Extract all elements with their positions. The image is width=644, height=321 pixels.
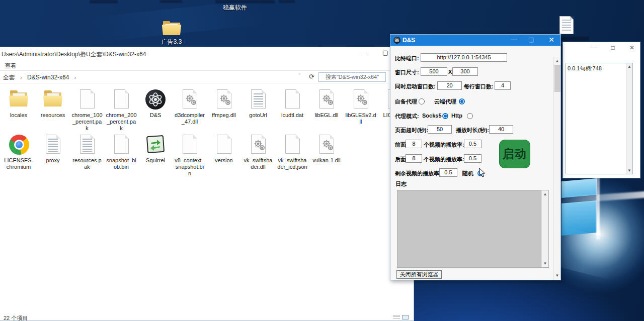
file-item[interactable]: Squirrel: [140, 134, 171, 164]
chevron-down-icon[interactable]: ˇ: [299, 73, 300, 79]
start-button[interactable]: 启动: [499, 140, 530, 168]
search-input[interactable]: 搜索"D&S-win32-x64": [318, 72, 386, 82]
cloud-proxy-radio[interactable]: [459, 98, 465, 104]
back-label: 后面: [395, 156, 406, 163]
explorer-status-bar: 22 个项目: [0, 314, 414, 320]
maximize-button[interactable]: □: [605, 44, 620, 53]
window-count-label: 同时启动窗口数:: [395, 83, 436, 90]
breadcrumb-parent[interactable]: 全套: [3, 74, 15, 81]
ds-app-icon: [145, 88, 166, 111]
port-input[interactable]: http://127.0.0.1:54345: [421, 53, 507, 62]
close-button[interactable]: ✕: [624, 44, 639, 53]
file-item[interactable]: libEGL.dll: [311, 88, 342, 119]
file-item[interactable]: version: [208, 134, 239, 164]
socks5-radio[interactable]: [442, 113, 448, 119]
file-icon: [76, 88, 98, 111]
item-count: 22 个项目: [4, 314, 28, 321]
duration-label: 播放时长(秒):: [456, 127, 489, 134]
explorer-address-bar[interactable]: 全套 › D&S-win32-x64 › ˇ ⟳ 搜索"D&S-win32-x6…: [0, 71, 414, 83]
wallpaper-logo-pane: [561, 200, 597, 236]
menu-view[interactable]: 查看: [5, 62, 17, 70]
file-item[interactable]: resources: [37, 88, 68, 119]
file-item[interactable]: chrome_200_percent.pak: [106, 88, 137, 132]
file-item[interactable]: LICENSES.chromium: [3, 134, 34, 170]
desktop-document-icon[interactable]: [559, 16, 574, 34]
breadcrumb: 全套 › D&S-win32-x64 ›: [3, 73, 79, 82]
squirrel-icon: [145, 134, 166, 156]
file-label: libGLESv2.dll: [345, 112, 376, 125]
dll-file-icon: [316, 88, 337, 111]
dll-file-icon: [213, 88, 234, 111]
file-label: vulkan-1.dll: [311, 157, 342, 164]
file-label: proxy: [37, 157, 68, 164]
thumbnail-view-icon[interactable]: [402, 315, 409, 319]
remain-rate-input[interactable]: 0.5: [439, 168, 457, 177]
text-file-icon: [42, 134, 63, 156]
file-item[interactable]: vk_swiftshader_icd.json: [277, 134, 308, 170]
file-item[interactable]: vulkan-1.dll: [311, 134, 342, 164]
log-scrollbar[interactable]: ▲ ▼: [541, 190, 548, 267]
file-item[interactable]: snapshot_blob.bin: [106, 134, 137, 170]
file-item[interactable]: ffmpeg.dll: [208, 88, 239, 119]
minimize-button[interactable]: —: [506, 35, 523, 46]
maximize-button: ▢: [523, 35, 540, 46]
self-proxy-label: 自备代理: [395, 98, 417, 105]
file-item[interactable]: vk_swiftshader.dll: [243, 134, 274, 170]
log-textarea[interactable]: ▲ ▼: [397, 190, 549, 268]
back-rate-input[interactable]: 0.5: [464, 154, 481, 163]
close-button[interactable]: ✕: [543, 35, 560, 46]
chrome-icon: [8, 134, 29, 156]
details-view-icon[interactable]: [393, 315, 400, 319]
front-count-input[interactable]: 8: [406, 140, 422, 148]
ds-dialog-body: 比特端口: http://127.0.0.1:54345 窗口尺寸: 500 X…: [390, 46, 560, 280]
duration-input[interactable]: 40: [489, 125, 513, 134]
scrollbar[interactable]: ▲ ▼: [626, 63, 632, 174]
file-label: d3dcompiler_47.dll: [174, 112, 205, 125]
file-explorer-window: Users\Administrator\Desktop\撸U全套\D&S-win…: [0, 47, 414, 321]
file-item[interactable]: libGLESv2.dll: [345, 88, 376, 125]
desktop-folder-label[interactable]: 广告3.3: [156, 38, 187, 46]
window-width-input[interactable]: 500: [421, 67, 447, 76]
file-item[interactable]: icudtl.dat: [277, 88, 308, 119]
explorer-title-bar[interactable]: Users\Administrator\Desktop\撸U全套\D&S-win…: [0, 47, 414, 60]
ds-dialog-title-bar[interactable]: D&S — ▢ ✕: [390, 35, 560, 46]
random-label: 随机: [462, 170, 473, 177]
file-label: resources.pak: [71, 157, 103, 170]
handle-list-box[interactable]: 0.0.1句柄:748 ▲ ▼: [566, 63, 633, 174]
timeout-label: 页面超时(秒):: [395, 127, 428, 134]
per-row-input[interactable]: 4: [495, 81, 511, 90]
timeout-input[interactable]: 50: [428, 125, 452, 134]
file-item[interactable]: D&S: [140, 88, 171, 119]
file-label: version: [208, 157, 239, 164]
close-all-browsers-button[interactable]: 关闭所有浏览器: [396, 270, 442, 279]
explorer-minimize-button[interactable]: —: [356, 47, 375, 59]
wallpaper-logo-pane: [561, 178, 597, 198]
http-radio[interactable]: [467, 113, 473, 119]
refresh-icon[interactable]: ⟳: [309, 73, 314, 80]
handle-list-text: 0.0.1句柄:748: [568, 65, 602, 72]
file-item[interactable]: gotoUrl: [243, 88, 274, 119]
desktop-folder-icon[interactable]: [163, 21, 181, 35]
file-item[interactable]: proxy: [37, 134, 68, 164]
window-height-input[interactable]: 300: [452, 67, 478, 76]
file-item[interactable]: locales: [3, 88, 34, 119]
window-count-input[interactable]: 20: [437, 81, 462, 90]
minimize-button[interactable]: —: [586, 44, 601, 53]
dll-file-icon: [316, 134, 337, 156]
back-count-input[interactable]: 8: [406, 154, 422, 163]
front-rate-input[interactable]: 0.5: [464, 140, 481, 148]
file-label: gotoUrl: [243, 112, 274, 119]
dll-file-icon: [350, 88, 371, 111]
file-item[interactable]: d3dcompiler_47.dll: [174, 88, 205, 125]
dialog-scrollbar[interactable]: ▲ ▼: [553, 57, 560, 280]
file-item[interactable]: v8_context_snapshot.bin: [174, 134, 205, 177]
file-label: locales: [3, 112, 34, 119]
self-proxy-radio[interactable]: [419, 98, 425, 104]
file-icon: [111, 134, 132, 156]
file-item[interactable]: chrome_100_percent.pak: [71, 88, 103, 132]
file-icon: [282, 88, 303, 111]
desktop-icon-label-cut: [160, 0, 182, 3]
breadcrumb-current[interactable]: D&S-win32-x64: [27, 74, 69, 81]
file-item[interactable]: resources.pak: [71, 134, 103, 170]
desktop-icon-label[interactable]: 稳赢软件: [223, 4, 247, 12]
